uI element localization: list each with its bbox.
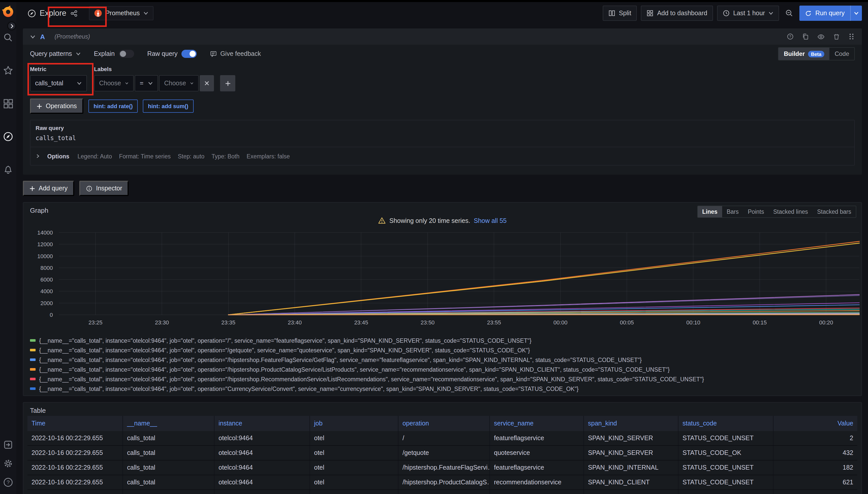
operations-label: Operations [46,102,77,110]
top-black-strip [0,0,868,2]
dashboards-icon[interactable] [3,98,13,109]
column-header-operation[interactable]: operation [398,416,490,431]
column-header-time[interactable]: Time [28,416,123,431]
add-label-filter-button[interactable] [220,75,235,91]
drag-handle-icon[interactable] [848,33,855,40]
zoom-out-button[interactable] [783,5,796,21]
add-query-button[interactable]: Add query [23,181,74,196]
graph-mode-lines[interactable]: Lines [698,206,722,217]
hint-add-rate-button[interactable]: hint: add rate() [88,99,138,113]
label-key-select[interactable]: Choose [94,75,134,91]
query-row-header[interactable]: A (Prometheus) ? [23,28,862,45]
table-row[interactable]: 2022-10-16 00:22:29.655calls_totalotelco… [28,490,857,494]
table-row[interactable]: 2022-10-16 00:22:29.655calls_totalotelco… [28,460,857,475]
cell-time: 2022-10-16 00:22:29.655 [28,446,123,460]
legend-label: {__name__="calls_total", instance="otelc… [39,337,531,343]
sign-in-icon[interactable] [3,440,13,450]
svg-text:10000: 10000 [37,253,53,260]
labels-group: Labels Choose = Choose [94,66,235,91]
graph-panel: Graph LinesBarsPointsStacked linesStacke… [23,202,862,396]
cell-job: otel [310,431,398,445]
duplicate-query-icon[interactable] [802,33,809,40]
code-tab[interactable]: Code [830,48,854,60]
column-header---name--[interactable]: __name__ [123,416,215,431]
builder-label: Builder [784,50,805,57]
remove-label-filter-button[interactable] [200,75,214,91]
explore-compass-icon[interactable] [3,132,13,141]
query-row-actions: ? [787,33,855,40]
collapse-chevron-icon[interactable] [30,34,36,39]
time-range-picker[interactable]: Last 1 hour [717,5,779,21]
inspector-button[interactable]: Inspector [79,181,129,196]
run-query-dropdown[interactable] [850,5,862,21]
help-icon[interactable]: ? [3,477,13,488]
starred-icon[interactable] [3,65,13,76]
column-header-value[interactable]: Value [774,416,857,431]
legend-item[interactable]: {__name__="calls_total", instance="otelc… [30,384,858,394]
operations-button[interactable]: Operations [30,98,83,114]
svg-text:?: ? [6,479,10,485]
split-button[interactable]: Split [602,5,637,21]
metric-label: Metric [30,66,87,72]
sidebar-expand-button[interactable] [7,21,16,31]
column-header-status-code[interactable]: status_code [679,416,774,431]
explain-toggle[interactable] [119,50,134,58]
datasource-picker[interactable]: Prometheus [89,6,153,20]
column-header-service-name[interactable]: service_name [490,416,584,431]
table-row[interactable]: 2022-10-16 00:22:29.655calls_totalotelco… [28,475,857,490]
alerting-bell-icon[interactable] [3,165,13,175]
cell-operation: /hipstershop.ProductCatalogS… [398,475,490,490]
column-header-job[interactable]: job [310,416,398,431]
hide-response-eye-icon[interactable] [817,33,825,40]
legend-label: {__name__="calls_total", instance="otelc… [39,366,670,373]
cell-status-code: STATUS_CODE_UNSET [679,431,774,445]
share-icon[interactable] [70,10,77,17]
raw-query-toggle[interactable] [182,50,197,58]
graph-mode-points[interactable]: Points [743,206,768,217]
help-circle-icon[interactable]: ? [787,33,794,40]
settings-gear-icon[interactable] [3,458,13,469]
cell-service-name: featureflagservice [490,460,584,475]
options-label: Options [47,153,69,159]
show-all-series-link[interactable]: Show all 55 [474,217,506,224]
cell-job: otel [310,490,398,494]
graph-mode-stacked-lines[interactable]: Stacked lines [768,206,813,217]
zoom-out-icon [785,9,794,17]
search-icon[interactable] [3,33,13,43]
query-footer-actions: Add query Inspector [23,181,129,196]
legend-color-chip [30,339,36,342]
add-to-dashboard-button[interactable]: Add to dashboard [641,5,713,21]
cell-status-code: STATUS_CODE_UNSET [679,460,774,475]
cell---name--: calls_total [123,460,215,475]
chevron-down-icon [190,81,194,86]
builder-tab[interactable]: Builder Beta [779,48,830,60]
metric-select[interactable]: calls_total [30,75,87,91]
hint-add-sum-button[interactable]: hint: add sum() [143,99,193,113]
label-operator-select[interactable]: = [135,75,158,91]
grafana-logo[interactable] [1,5,15,18]
column-header-instance[interactable]: instance [215,416,310,431]
legend-item[interactable]: {__name__="calls_total", instance="otelc… [30,364,858,374]
legend-item[interactable]: {__name__="calls_total", instance="otelc… [30,336,858,345]
legend-color-chip [30,368,36,370]
column-header-span-kind[interactable]: span_kind [584,416,679,431]
cell-operation: / [398,431,490,445]
svg-text:00:00: 00:00 [554,319,567,326]
legend-item[interactable]: {__name__="calls_total", instance="otelc… [30,374,858,384]
legend-item[interactable]: {__name__="calls_total", instance="otelc… [30,345,858,355]
graph-plot-area[interactable]: 0200040006000800010000120001400023:2523:… [23,230,862,331]
table-row[interactable]: 2022-10-16 00:22:29.655calls_totalotelco… [28,446,857,460]
table-header-row: Time__name__instancejoboperationservice_… [28,416,857,431]
run-query-button[interactable]: Run query [800,5,862,21]
legend-item[interactable]: {__name__="calls_total", instance="otelc… [30,355,858,364]
remove-query-trash-icon[interactable] [833,33,840,40]
graph-mode-bars[interactable]: Bars [722,206,743,217]
legend-item[interactable]: {__name__="calls_total", instance="otelc… [30,394,858,396]
give-feedback-link[interactable]: Give feedback [210,50,261,57]
table-panel: Table Time__name__instancejoboperationse… [23,402,862,494]
graph-mode-stacked-bars[interactable]: Stacked bars [813,206,856,217]
query-patterns-dropdown[interactable]: Query patterns [30,50,80,57]
query-options-row[interactable]: Options Legend: Auto Format: Time series… [31,147,854,165]
table-row[interactable]: 2022-10-16 00:22:29.655calls_totalotelco… [28,431,857,446]
label-value-select[interactable]: Choose [159,75,199,91]
